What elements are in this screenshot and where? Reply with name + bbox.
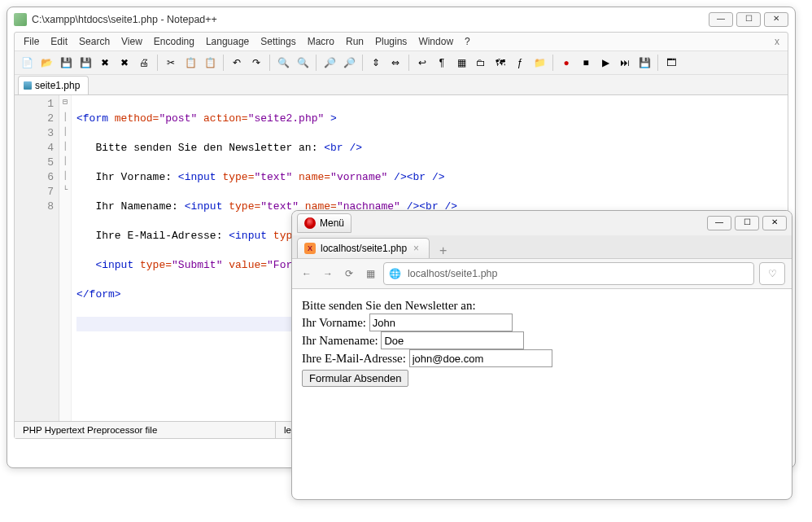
menu-search[interactable]: Search	[73, 34, 116, 49]
browser-close-button[interactable]: ✕	[762, 216, 787, 230]
save-macro-icon[interactable]: 💾	[635, 54, 653, 72]
opera-menu-button[interactable]: Menü	[297, 213, 351, 233]
save-all-icon[interactable]: 💾	[76, 54, 94, 72]
menu-file[interactable]: File	[18, 34, 45, 49]
func-list-icon[interactable]: ƒ	[511, 54, 529, 72]
sync-v-icon[interactable]: ⇕	[367, 54, 385, 72]
menu-edit[interactable]: Edit	[45, 34, 73, 49]
play-macro-icon[interactable]: ▶	[596, 54, 614, 72]
udl-icon[interactable]: 🗀	[472, 54, 490, 72]
menu-macro[interactable]: Macro	[302, 34, 340, 49]
replace-icon[interactable]: 🔍	[294, 54, 312, 72]
close-file-icon[interactable]: ✖	[96, 54, 114, 72]
wordwrap-icon[interactable]: ↩	[413, 54, 431, 72]
favicon-xampp-icon: X	[304, 243, 316, 254]
address-bar: ← → ⟳ ▦ 🌐 ♡	[292, 259, 792, 289]
folder-icon[interactable]: 📁	[530, 54, 548, 72]
page-content: Bitte senden Sie den Newsletter an: Ihr …	[292, 289, 792, 395]
close-button[interactable]: ✕	[764, 12, 788, 27]
cut-icon[interactable]: ✂	[162, 54, 180, 72]
menu-run[interactable]: Run	[340, 34, 369, 49]
sync-h-icon[interactable]: ⇔	[386, 54, 404, 72]
browser-tab-title: localhost/seite1.php	[321, 243, 407, 254]
find-icon[interactable]: 🔍	[274, 54, 292, 72]
forward-button[interactable]: →	[320, 265, 336, 282]
window-title: C:\xampp\htdocs\seite1.php - Notepad++	[32, 14, 217, 25]
maximize-button[interactable]: ☐	[736, 12, 761, 27]
document-tabs: seite1.php	[15, 75, 788, 94]
file-saved-icon	[24, 81, 32, 90]
paste-icon[interactable]: 📋	[201, 54, 219, 72]
input-email[interactable]	[409, 349, 552, 367]
browser-tabs: X localhost/seite1.php × +	[292, 235, 792, 259]
reload-button[interactable]: ⟳	[341, 265, 357, 282]
save-icon[interactable]: 💾	[57, 54, 75, 72]
app-icon	[14, 13, 27, 26]
record-macro-icon[interactable]: ●	[557, 54, 575, 72]
url-field[interactable]: 🌐	[383, 262, 754, 285]
file-tab[interactable]: seite1.php	[18, 76, 89, 94]
bookmark-button[interactable]: ♡	[759, 262, 785, 285]
intro-text: Bitte senden Sie den Newsletter an:	[302, 297, 782, 314]
url-input[interactable]	[406, 267, 749, 280]
browser-tab[interactable]: X localhost/seite1.php ×	[297, 238, 430, 258]
mdi-close-icon[interactable]: x	[770, 36, 784, 47]
titlebar[interactable]: C:\xampp\htdocs\seite1.php - Notepad++ —…	[7, 7, 795, 32]
minimize-button[interactable]: —	[709, 12, 733, 27]
toolbar: 📄 📂 💾 💾 ✖ ✖ 🖨 ✂ 📋 📋 ↶ ↷ 🔍 🔍 🔎 🔎 ⇕ ⇔ ↩	[15, 50, 788, 75]
site-info-icon[interactable]: 🌐	[389, 268, 401, 279]
show-all-chars-icon[interactable]: ¶	[433, 54, 451, 72]
close-all-icon[interactable]: ✖	[116, 54, 133, 72]
new-file-icon[interactable]: 📄	[18, 54, 36, 72]
menu-language[interactable]: Language	[200, 34, 255, 49]
browser-maximize-button[interactable]: ☐	[735, 216, 759, 230]
line-number-gutter: 12345678	[15, 95, 59, 421]
opera-menu-label: Menü	[320, 217, 344, 229]
indent-guide-icon[interactable]: ▦	[452, 54, 470, 72]
label-vorname: Ihr Vorname:	[302, 316, 369, 329]
doc-map-icon[interactable]: 🗺	[491, 54, 509, 72]
tab-close-icon[interactable]: ×	[412, 243, 421, 254]
label-nachname: Ihr Namename:	[302, 334, 381, 347]
submit-button[interactable]: Formular Absenden	[302, 370, 408, 387]
play-multi-icon[interactable]: ⏭	[616, 54, 634, 72]
back-button[interactable]: ←	[299, 265, 315, 282]
menu-settings[interactable]: Settings	[255, 34, 301, 49]
browser-window: Menü — ☐ ✕ X localhost/seite1.php × + ← …	[291, 210, 792, 500]
extra-icon[interactable]: 🗔	[662, 54, 680, 72]
print-icon[interactable]: 🖨	[135, 54, 153, 72]
status-language: PHP Hypertext Preprocessor file	[15, 422, 276, 438]
stop-macro-icon[interactable]: ■	[577, 54, 595, 72]
copy-icon[interactable]: 📋	[181, 54, 199, 72]
new-tab-button[interactable]: +	[434, 243, 452, 258]
input-nachname[interactable]	[381, 331, 524, 349]
redo-icon[interactable]: ↷	[247, 54, 265, 72]
menu-view[interactable]: View	[116, 34, 148, 49]
menu-plugins[interactable]: Plugins	[369, 34, 413, 49]
undo-icon[interactable]: ↶	[228, 54, 246, 72]
file-tab-label: seite1.php	[35, 80, 80, 91]
browser-minimize-button[interactable]: —	[707, 216, 731, 230]
menu-encoding[interactable]: Encoding	[148, 34, 200, 49]
speed-dial-button[interactable]: ▦	[362, 265, 378, 282]
opera-icon	[304, 217, 316, 229]
open-file-icon[interactable]: 📂	[37, 54, 55, 72]
menubar: File Edit Search View Encoding Language …	[15, 33, 788, 50]
input-vorname[interactable]	[369, 314, 513, 331]
fold-column[interactable]: ⊟│││││└	[59, 95, 72, 421]
menu-help[interactable]: ?	[459, 34, 476, 49]
zoom-in-icon[interactable]: 🔎	[321, 54, 338, 72]
browser-titlebar[interactable]: Menü — ☐ ✕	[292, 211, 792, 235]
menu-window[interactable]: Window	[413, 34, 459, 49]
label-email: Ihre E-Mail-Adresse:	[302, 352, 409, 365]
zoom-out-icon[interactable]: 🔎	[340, 54, 358, 72]
